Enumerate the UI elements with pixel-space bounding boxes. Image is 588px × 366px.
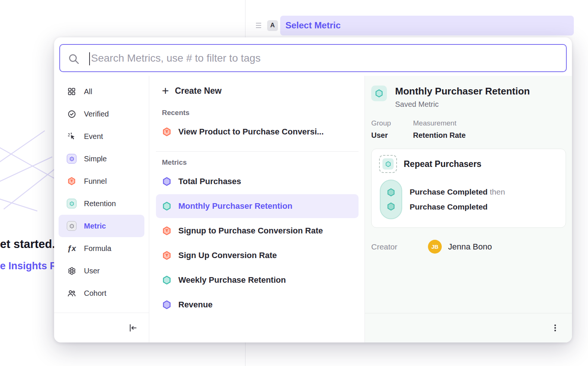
sidebar-item-label: Retention [84,199,116,208]
select-metric-label: Select Metric [285,20,341,31]
retention-metric-icon [67,199,76,208]
sidebar-item-retention[interactable]: Retention [59,192,144,215]
sidebar-item-label: Cohort [84,289,106,298]
metric-list-item[interactable]: Revenue [156,293,359,317]
sidebar-footer [54,313,149,342]
sidebar-item-label: Simple [84,155,107,163]
metric-query-row: A Select Metric [256,14,574,37]
search-input[interactable] [60,45,566,71]
metric-name: View Product to Purchase Conversi... [178,127,324,137]
verified-icon [67,109,76,119]
category-sidebar: All Verified [54,76,149,342]
funnel-metric-icon [162,127,172,137]
funnel-metric-icon [162,251,172,260]
sidebar-item-label: Formula [84,244,111,253]
sidebar-item-label: User [84,267,100,275]
metric-list-item[interactable]: View Product to Purchase Conversi... [156,120,359,144]
metric-list-item[interactable]: Total Purchases [156,170,359,193]
funnel-metric-icon [162,226,172,236]
simple-metric-icon [67,154,76,164]
select-metric-dropdown[interactable]: Select Metric [280,16,574,35]
definition-title: Repeat Purchasers [404,159,481,169]
metric-list-item[interactable]: Sign Up Conversion Rate [156,244,359,267]
metric-list-item[interactable]: Signup to Purchase Conversion Rate [156,219,359,243]
more-options-button[interactable] [550,323,560,333]
measurement-label: Measurement [413,119,466,127]
event-cursor-icon [67,131,76,141]
metric-list-item-selected[interactable]: Monthly Purchaser Retention [156,194,359,218]
create-new-button[interactable]: + Create New [156,80,359,102]
search-box [59,44,567,72]
group-value: User [371,131,404,140]
saved-metric-icon [67,221,76,231]
plus-icon: + [162,85,169,97]
metric-name: Revenue [178,300,213,310]
metric-list-item[interactable]: Weekly Purchase Retention [156,268,359,292]
sidebar-item-metric[interactable]: Metric [59,215,144,237]
metric-definition-card: Repeat Purchasers Purchase Completed the… [371,149,566,228]
creator-name: Jenna Bono [448,242,492,252]
sidebar-item-label: All [84,87,92,96]
sidebar-item-verified[interactable]: Verified [59,103,144,125]
sidebar-item-formula[interactable]: ƒx Formula [59,237,144,260]
row-badge: A [267,20,278,31]
creator-label: Creator [371,242,428,251]
behavior-icon-tile [379,155,397,173]
step-1-event: Purchase Completed [410,187,488,196]
metric-name: Total Purchases [178,177,241,186]
sidebar-item-label: Verified [84,110,109,118]
sidebar-item-all[interactable]: All [59,80,144,103]
retention-metric-icon [162,275,172,285]
simple-metric-icon [162,177,172,186]
background-link-insights-report[interactable]: e Insights Re [0,260,63,272]
event-sequence-capsule [380,180,402,219]
metric-name: Sign Up Conversion Rate [178,251,277,260]
sidebar-item-label: Metric [84,222,106,230]
preview-metric-title: Monthly Purchaser Retention [395,86,530,97]
metric-name: Signup to Purchase Conversion Rate [178,226,323,236]
sidebar-item-label: Funnel [84,177,107,186]
retention-metric-icon [382,158,394,170]
creator-avatar: JB [428,240,442,254]
cohort-people-icon [67,288,76,298]
formula-icon: ƒx [67,244,76,253]
metric-name: Monthly Purchaser Retention [178,201,293,211]
retention-metric-icon [371,86,387,101]
preview-metric-subtitle: Saved Metric [395,100,530,109]
sidebar-item-label: Event [84,132,103,141]
kebab-menu-icon [551,323,560,332]
sidebar-item-cohort[interactable]: Cohort [59,282,144,304]
metric-picker-modal: All Verified [54,37,572,342]
measurement-value: Retention Rate [413,131,466,140]
create-new-label: Create New [175,86,222,96]
sidebar-item-user[interactable]: User [59,260,144,282]
section-divider [156,151,359,152]
sidebar-item-event[interactable]: Event [59,125,144,148]
sidebar-item-simple[interactable]: Simple [59,148,144,170]
drag-handle-icon[interactable] [256,23,264,28]
event-hexagon-icon [387,202,395,211]
grid-icon [67,87,76,96]
preview-footer [365,313,572,342]
simple-metric-icon [162,300,172,310]
event-hexagon-icon [387,188,395,197]
metric-list-panel: + Create New Recents View Product to Pur… [149,76,365,342]
search-icon [68,53,80,65]
metrics-section-title: Metrics [162,158,359,167]
group-label: Group [371,119,404,127]
retention-metric-icon [162,201,172,211]
collapse-sidebar-button[interactable] [127,322,138,334]
recents-section-title: Recents [162,109,359,117]
collapse-left-icon [128,323,138,333]
background-text-get-started: et started. [0,238,55,251]
metric-preview-panel: Monthly Purchaser Retention Saved Metric… [365,76,572,342]
funnel-metric-icon [67,176,76,186]
user-flower-icon [67,266,76,276]
search-row [54,37,572,72]
text-caret [89,52,90,65]
step-2-event: Purchase Completed [410,202,488,211]
metric-name: Weekly Purchase Retention [178,275,286,285]
step-1-suffix: then [490,187,505,196]
sidebar-item-funnel[interactable]: Funnel [59,170,144,192]
